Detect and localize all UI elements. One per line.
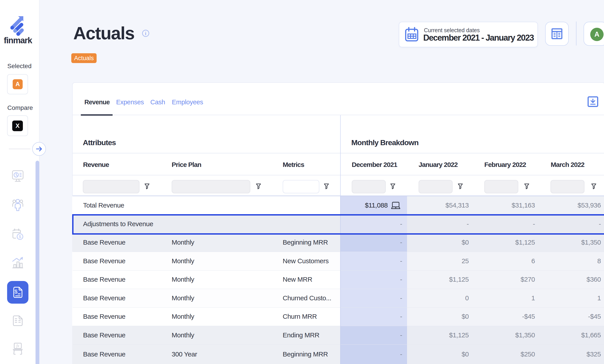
svg-text:$: $ [19,234,21,239]
svg-text:$: $ [14,289,17,294]
svg-text:fx: fx [16,344,19,348]
